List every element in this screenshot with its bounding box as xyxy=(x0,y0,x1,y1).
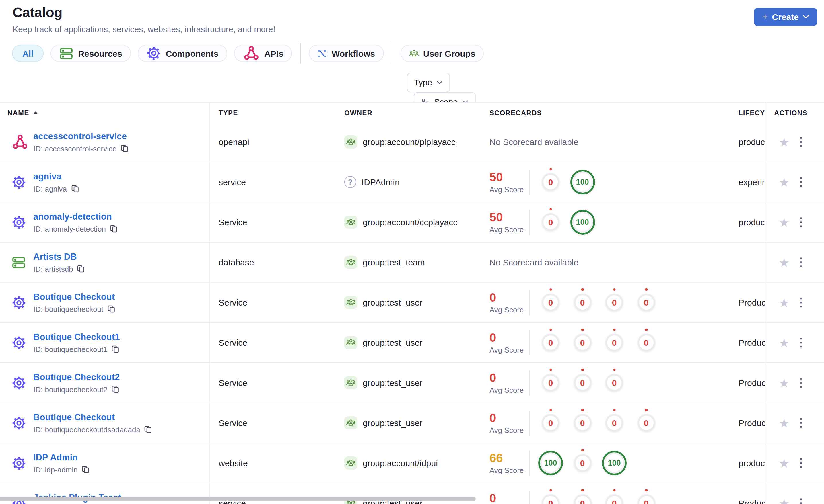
copy-icon[interactable] xyxy=(77,265,85,273)
scorecard-score-circle: 0 xyxy=(542,414,559,432)
entity-name-link[interactable]: Boutique Checkout1 xyxy=(33,332,120,342)
favorite-star-icon[interactable]: ★ xyxy=(779,136,790,148)
scorecard-badge[interactable]: 0 xyxy=(630,407,662,439)
copy-icon[interactable] xyxy=(112,345,120,353)
table-row[interactable]: Boutique Checkout1 ID: boutiquecheckout1… xyxy=(0,323,824,363)
more-actions-icon[interactable] xyxy=(798,336,804,350)
copy-icon[interactable] xyxy=(71,184,79,193)
scorecard-badge[interactable]: 0 xyxy=(566,327,599,359)
copy-icon[interactable] xyxy=(120,144,128,152)
scorecard-score-circle: 0 xyxy=(542,173,559,191)
favorite-star-icon[interactable]: ★ xyxy=(779,216,790,228)
scorecard-badge[interactable]: 0 xyxy=(599,367,630,399)
scorecard-badge[interactable]: 0 xyxy=(630,487,662,504)
more-actions-icon[interactable] xyxy=(798,456,804,470)
table-row[interactable]: Boutique Checkout ID: boutiquecheckoutds… xyxy=(0,403,824,443)
table-row[interactable]: Artists DB ID: artistsdb database group:… xyxy=(0,243,824,283)
tab-user-groups[interactable]: User Groups xyxy=(400,45,484,62)
scorecard-badge[interactable]: 0 xyxy=(599,286,630,319)
entity-type: database xyxy=(219,243,254,282)
scorecard-badge[interactable]: 0 xyxy=(599,407,630,439)
copy-icon[interactable] xyxy=(82,466,90,474)
more-actions-icon[interactable] xyxy=(798,255,804,269)
tab-all[interactable]: All xyxy=(12,45,43,62)
scorecard-badge[interactable]: 0 xyxy=(535,166,566,198)
create-button[interactable]: + Create xyxy=(754,8,817,26)
scorecard-badge[interactable]: 0 xyxy=(535,487,566,504)
more-actions-icon[interactable] xyxy=(798,135,804,149)
favorite-star-icon[interactable]: ★ xyxy=(779,377,790,389)
copy-icon[interactable] xyxy=(107,305,115,313)
tab-resources[interactable]: Resources xyxy=(50,45,130,62)
scorecard-badge[interactable]: 100 xyxy=(599,447,630,479)
table-row[interactable]: Boutique Checkout ID: boutiquecheckout S… xyxy=(0,283,824,323)
scorecard-badge[interactable]: 0 xyxy=(566,367,599,399)
scorecard-badge[interactable]: 0 xyxy=(535,367,566,399)
entity-name-link[interactable]: Boutique Checkout xyxy=(33,412,152,422)
scorecard-progress-dot xyxy=(613,368,616,371)
table-row[interactable]: accesscontrol-service ID: accesscontrol-… xyxy=(0,122,824,162)
scorecard-badge[interactable]: 0 xyxy=(535,286,566,319)
entity-name-link[interactable]: accesscontrol-service xyxy=(33,131,128,141)
table-row[interactable]: agniva ID: agniva service ? IDPAdmin 50A… xyxy=(0,162,824,203)
more-actions-icon[interactable] xyxy=(798,175,804,189)
more-actions-icon[interactable] xyxy=(798,295,804,309)
scorecard-progress-dot xyxy=(549,408,552,411)
favorite-star-icon[interactable]: ★ xyxy=(779,256,790,268)
entity-name-link[interactable]: Boutique Checkout2 xyxy=(33,372,120,382)
scorecard-badge[interactable]: 0 xyxy=(566,487,599,504)
scorecard-badge[interactable]: 0 xyxy=(566,407,599,439)
column-header-name[interactable]: NAME xyxy=(7,103,37,123)
scorecard-badge[interactable]: 0 xyxy=(535,407,566,439)
scorecard-progress-dot xyxy=(645,328,647,331)
favorite-star-icon[interactable]: ★ xyxy=(779,337,790,349)
gear-icon xyxy=(146,46,161,61)
scorecard-badge[interactable]: 0 xyxy=(566,447,599,479)
copy-icon[interactable] xyxy=(144,425,152,433)
scorecard-badge[interactable]: 100 xyxy=(535,447,566,479)
scorecard-badge[interactable]: 100 xyxy=(566,166,599,198)
favorite-star-icon[interactable]: ★ xyxy=(779,176,790,188)
copy-icon[interactable] xyxy=(110,225,118,233)
scorecard-badge[interactable]: 0 xyxy=(566,286,599,319)
type-filter-dropdown[interactable]: Type xyxy=(407,73,450,92)
scorecard-badge[interactable]: 0 xyxy=(599,487,630,504)
scorecard-progress-dot xyxy=(581,489,584,491)
catalog-page: Catalog Keep track of applications, serv… xyxy=(0,0,824,504)
scorecard-badge[interactable]: 100 xyxy=(566,206,599,238)
more-actions-icon[interactable] xyxy=(798,215,804,229)
favorite-star-icon[interactable]: ★ xyxy=(779,497,790,504)
scorecard-circles: 000 xyxy=(535,367,630,399)
copy-icon[interactable] xyxy=(112,385,120,393)
scorecard-progress-dot xyxy=(581,328,584,331)
more-actions-icon[interactable] xyxy=(798,496,804,504)
favorite-star-icon[interactable]: ★ xyxy=(779,457,790,469)
table-row[interactable]: anomaly-detection ID: anomaly-detection … xyxy=(0,203,824,243)
tab-apis[interactable]: APIs xyxy=(234,45,292,62)
scorecard-badge[interactable]: 0 xyxy=(535,206,566,238)
tab-workflows[interactable]: Workflows xyxy=(309,45,384,62)
favorite-star-icon[interactable]: ★ xyxy=(779,296,790,308)
scorecard-progress-dot xyxy=(549,328,552,331)
scorecard-progress-dot xyxy=(581,368,584,371)
scorecard-badge[interactable]: 0 xyxy=(630,286,662,319)
scorecard-badge[interactable]: 0 xyxy=(630,327,662,359)
favorite-star-icon[interactable]: ★ xyxy=(779,417,790,429)
entity-name-link[interactable]: anomaly-detection xyxy=(33,211,118,222)
entity-name-link[interactable]: agniva xyxy=(33,171,79,181)
table-row[interactable]: Boutique Checkout2 ID: boutiquecheckout2… xyxy=(0,363,824,403)
entity-owner: group:account/plplayacc xyxy=(344,122,455,162)
table-row[interactable]: IDP Admin ID: idp-admin website group:ac… xyxy=(0,443,824,483)
horizontal-scrollbar[interactable] xyxy=(0,497,476,501)
entity-name-link[interactable]: Artists DB xyxy=(33,251,85,262)
scorecard-badge[interactable]: 0 xyxy=(599,327,630,359)
more-actions-icon[interactable] xyxy=(798,416,804,430)
row-actions: ★ xyxy=(765,323,824,362)
entity-name-link[interactable]: Boutique Checkout xyxy=(33,291,115,302)
scorecard-score-circle: 100 xyxy=(602,451,627,475)
entity-name-link[interactable]: IDP Admin xyxy=(33,452,90,463)
more-actions-icon[interactable] xyxy=(798,376,804,390)
entity-id: ID: anomaly-detection xyxy=(33,225,106,233)
scorecard-badge[interactable]: 0 xyxy=(535,327,566,359)
tab-components[interactable]: Components xyxy=(138,45,227,62)
